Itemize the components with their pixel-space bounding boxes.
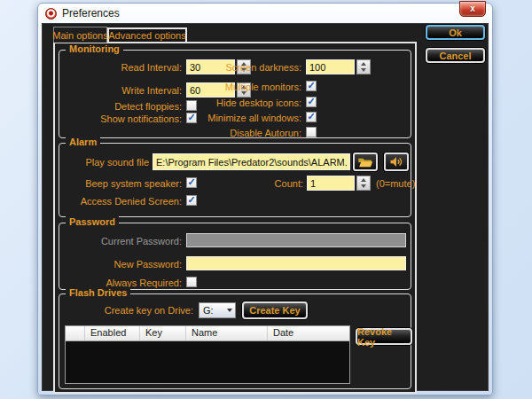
drive-select-value: G: [200, 305, 223, 316]
screen-darkness-input[interactable] [306, 59, 355, 74]
password-group-title: Password [66, 216, 119, 227]
client-area: Main options Advanced options Ok Cancel … [42, 23, 489, 391]
tab-main-options-label: Main options [52, 30, 107, 41]
hide-desktop-icons-checkbox[interactable] [306, 97, 317, 107]
read-interval-label: Read Interval: [59, 62, 182, 73]
window-title: Preferences [62, 7, 120, 20]
browse-sound-button[interactable] [353, 153, 378, 171]
drive-select[interactable]: G: [199, 302, 236, 318]
count-label: Count: [219, 178, 303, 189]
ok-button[interactable]: Ok [426, 25, 485, 40]
show-notifications-label: Show notifications: [59, 113, 182, 124]
current-password-label: Current Password: [59, 236, 182, 246]
disable-autorun-checkbox[interactable] [306, 127, 317, 137]
play-sound-file-label: Play sound file [59, 157, 149, 168]
cancel-button[interactable]: Cancel [426, 48, 485, 63]
multiple-monitors-checkbox[interactable] [306, 81, 317, 91]
new-password-input[interactable] [186, 256, 406, 270]
chevron-down-icon [223, 309, 235, 312]
screen-darkness-label: Screen darkness: [192, 62, 301, 73]
spinner-down-icon[interactable] [357, 184, 370, 191]
beep-system-speaker-label: Beep system speaker: [59, 178, 182, 189]
detect-floppies-label: Detect floppies: [59, 101, 182, 112]
revoke-key-button[interactable]: Revoke Key [356, 328, 412, 345]
count-spinner[interactable] [356, 176, 371, 191]
spinner-up-icon[interactable] [357, 60, 370, 67]
close-button[interactable]: x [459, 1, 486, 17]
main-options-panel: Monitoring Read Interval: Write Interval… [53, 42, 417, 394]
flash-drives-group-title: Flash Drives [66, 287, 130, 298]
keys-table-header: Enabled Key Name Date [66, 326, 349, 341]
minimize-all-windows-checkbox[interactable] [306, 112, 317, 122]
keys-table-header-key[interactable]: Key [140, 326, 186, 340]
app-icon [45, 8, 57, 20]
keys-table-body[interactable] [66, 341, 349, 384]
always-required-checkbox[interactable] [186, 277, 197, 287]
play-sound-button[interactable] [384, 153, 409, 171]
close-icon: x [470, 4, 475, 13]
flash-drives-group: Flash Drives Create key on Drive: G: Cre… [59, 293, 411, 389]
disable-autorun-label: Disable Autorun: [192, 128, 301, 138]
create-key-button[interactable]: Create Key [242, 301, 308, 319]
monitoring-group: Monitoring Read Interval: Write Interval… [59, 50, 411, 138]
write-interval-label: Write Interval: [59, 85, 182, 96]
count-mute-hint: (0=mute) [376, 178, 415, 189]
screen-darkness-spinner[interactable] [356, 59, 371, 74]
tab-main-options[interactable]: Main options [53, 27, 107, 43]
current-password-input [186, 233, 406, 247]
spinner-down-icon[interactable] [357, 67, 370, 74]
keys-table-header-date[interactable]: Date [268, 326, 349, 340]
tab-advanced-options-label: Advanced options [108, 30, 185, 41]
beep-system-speaker-checkbox[interactable] [186, 177, 197, 188]
alarm-group-title: Alarm [66, 137, 100, 147]
play-sound-file-input[interactable] [153, 153, 350, 170]
spinner-up-icon[interactable] [357, 176, 370, 184]
preferences-window: Preferences x Main options Advanced opti… [37, 3, 493, 395]
keys-table: Enabled Key Name Date [65, 325, 350, 384]
keys-table-header-enabled[interactable]: Enabled [85, 326, 140, 340]
titlebar[interactable]: Preferences [38, 4, 492, 23]
speaker-icon [389, 156, 403, 168]
monitoring-group-title: Monitoring [66, 43, 123, 54]
folder-icon [357, 157, 373, 168]
new-password-label: New Password: [59, 259, 182, 270]
minimize-all-windows-label: Minimize all windows: [192, 113, 301, 123]
multiple-monitors-label: Multiple monitors: [192, 82, 301, 92]
count-input[interactable] [307, 176, 355, 191]
alarm-group: Alarm Play sound file Beep s [59, 143, 411, 217]
keys-table-header-blank[interactable] [66, 326, 85, 340]
hide-desktop-icons-label: Hide desktop icons: [192, 98, 301, 108]
create-key-on-drive-label: Create key on Drive: [59, 305, 193, 316]
keys-table-header-name[interactable]: Name [186, 326, 268, 340]
access-denied-screen-label: Access Denied Screen: [59, 196, 182, 207]
password-group: Password Current Password: New Password:… [59, 223, 411, 290]
access-denied-screen-checkbox[interactable] [186, 195, 197, 206]
